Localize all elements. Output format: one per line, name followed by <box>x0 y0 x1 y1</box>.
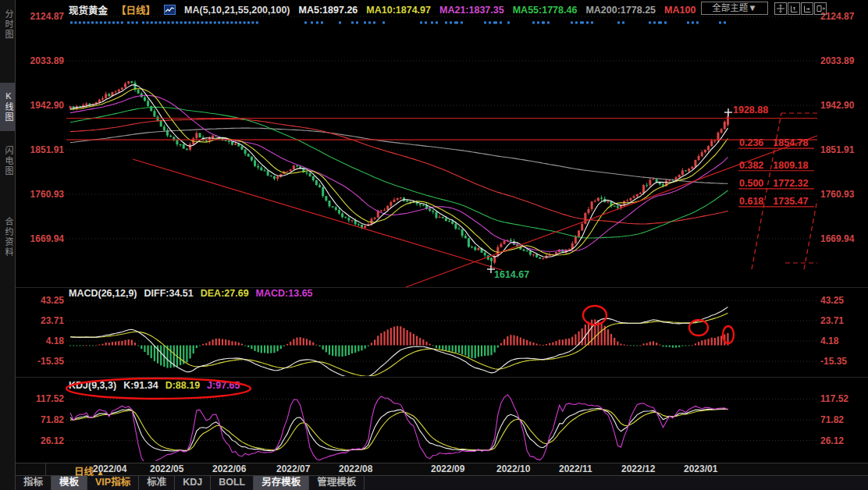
pan-icon[interactable] <box>774 2 787 15</box>
macd-axis-label: 23.71 <box>17 315 64 326</box>
price-axis-label: 2033.89 <box>17 55 64 66</box>
sidebar-item-lightning[interactable]: 闪电图 <box>0 137 15 184</box>
x-axis-date: 2022/07 <box>276 463 310 474</box>
fib-level-label: 0.5001772.32 <box>739 178 808 189</box>
macd-diff-value: DIFF:34.51 <box>144 288 194 299</box>
shift-pane-right-icon[interactable] <box>814 2 827 15</box>
fib-price: 1809.18 <box>773 160 808 171</box>
tab-indicator[interactable]: 指标 <box>16 476 52 490</box>
fit-vertical-axis-icon[interactable] <box>788 2 800 15</box>
price-axis-label: 1669.94 <box>17 233 64 244</box>
chart-header: 现货黄金 【日线】 MA(5,10,21,55,200,100) MA5:189… <box>69 2 695 17</box>
major-low-label: 1614.67 <box>494 269 529 280</box>
price-axis-label: 1760.93 <box>820 189 854 200</box>
bottom-tab-bar: 指标模板VIP指标标准KDJBOLL另存模板管理模板 <box>16 476 868 490</box>
kline-chart-icon <box>164 5 176 15</box>
x-axis-date: 2022/04 <box>93 463 126 474</box>
macd-dea-value: DEA:27.69 <box>201 288 249 299</box>
ma-settings-label: MA(5,10,21,55,200,100) <box>184 5 290 16</box>
sidebar-item-timeshare[interactable]: 分时图 <box>0 2 15 47</box>
price-axis-label: 2124.87 <box>17 11 64 22</box>
kdj-j-value: J:97.65 <box>207 380 240 391</box>
fib-ratio: 0.382 <box>739 160 763 171</box>
macd-params: MACD(26,12,9) <box>69 288 137 299</box>
kdj-title-row: KDJ(9,3,3) K:91.34 D:88.19 J:97.65 <box>69 380 240 391</box>
period-tag: 【日线】 <box>116 2 155 17</box>
ma-legend-item: MA100 <box>664 5 695 16</box>
kdj-axis-label: 71.82 <box>17 414 64 425</box>
sidebar-item-kline[interactable]: K线图 <box>0 83 15 131</box>
price-axis-label: 1851.91 <box>820 144 854 155</box>
left-sidebar: 分时图K线图闪电图合约资料 <box>0 0 16 490</box>
x-axis-date: 2022/06 <box>212 463 246 474</box>
ma-legend-item: MA55:1778.46 <box>513 5 578 16</box>
macd-axis-label: 4.18 <box>820 336 838 346</box>
price-axis-label: 1851.91 <box>17 144 64 155</box>
macd-axis-label: 23.71 <box>820 315 844 326</box>
macd-title-row: MACD(26,12,9) DIFF:34.51 DEA:27.69 MACD:… <box>69 288 313 299</box>
tab-standard[interactable]: 标准 <box>139 476 175 490</box>
tab-boll[interactable]: BOLL <box>211 476 254 490</box>
fib-level-label: 0.6181735.47 <box>739 196 808 207</box>
ma-legend-item: MA200:1778.25 <box>585 5 656 16</box>
ma-legend-item: MA10:1874.97 <box>366 5 431 16</box>
ma-legend-item: MA21:1837.35 <box>439 5 504 16</box>
fib-price: 1854.78 <box>773 137 808 148</box>
price-axis-label: 2033.89 <box>820 55 854 66</box>
theme-dropdown[interactable]: 全部主题▼ <box>701 2 768 15</box>
macd-axis-label: 4.18 <box>17 336 64 346</box>
fib-ratio: 0.618 <box>739 196 763 207</box>
x-axis-date: 2022/11 <box>559 463 592 474</box>
price-axis-label: 1942.90 <box>820 100 854 111</box>
price-axis-label: 1669.94 <box>820 233 854 244</box>
kdj-d-value: D:88.19 <box>165 380 200 391</box>
ma-legend: MA5:1897.26MA10:1874.97MA21:1837.35MA55:… <box>299 5 696 16</box>
fib-price: 1772.32 <box>773 178 808 189</box>
x-axis-date: 2022/10 <box>496 463 530 474</box>
macd-axis-label: 43.25 <box>17 295 64 306</box>
x-axis-date: 2022/12 <box>621 463 655 474</box>
kdj-k-value: K:91.34 <box>123 380 158 391</box>
tab-kdj[interactable]: KDJ <box>175 476 211 490</box>
kdj-axis-label: 117.52 <box>820 393 848 404</box>
trading-app-window: 现货黄金 【日线】 MA(5,10,21,55,200,100) MA5:189… <box>0 0 868 490</box>
kdj-axis-label: 26.12 <box>820 435 844 446</box>
macd-macd-value: MACD:13.65 <box>256 288 313 299</box>
fit-horizontal-axis-icon[interactable] <box>801 2 813 15</box>
kdj-axis-label: 117.52 <box>17 393 64 404</box>
symbol-name: 现货黄金 <box>69 2 108 17</box>
tab-manage-template[interactable]: 管理模板 <box>309 476 365 490</box>
chart-canvas[interactable] <box>0 0 868 490</box>
fib-level-label: 0.3821809.18 <box>739 160 808 171</box>
macd-axis-label: -15.35 <box>17 356 64 367</box>
ma-legend-item: MA5:1897.26 <box>299 5 358 16</box>
kdj-axis-label: 71.82 <box>820 414 844 425</box>
fib-ratio: 0.236 <box>739 137 763 148</box>
price-axis-label: 1760.93 <box>17 189 64 200</box>
macd-axis-label: 43.25 <box>820 295 844 306</box>
fib-level-label: 0.2361854.78 <box>739 137 808 148</box>
tab-save-template[interactable]: 另存模板 <box>254 476 309 490</box>
kdj-axis-label: 26.12 <box>17 435 64 446</box>
macd-axis-label: -15.35 <box>820 356 847 367</box>
fib-price: 1735.47 <box>773 196 808 207</box>
sidebar-item-contract-info[interactable]: 合约资料 <box>0 200 15 275</box>
fib-ratio: 0.500 <box>739 178 763 189</box>
x-axis-date: 2022/09 <box>431 463 464 474</box>
kdj-params: KDJ(9,3,3) <box>69 380 116 391</box>
recent-high-label: 1928.88 <box>733 105 768 115</box>
x-axis-date: 2022/05 <box>150 463 183 474</box>
price-axis-label: 1942.90 <box>17 100 64 111</box>
x-axis-date: 2023/01 <box>684 463 717 474</box>
x-axis-date: 2022/08 <box>339 463 372 474</box>
datebar-divider <box>45 463 46 476</box>
